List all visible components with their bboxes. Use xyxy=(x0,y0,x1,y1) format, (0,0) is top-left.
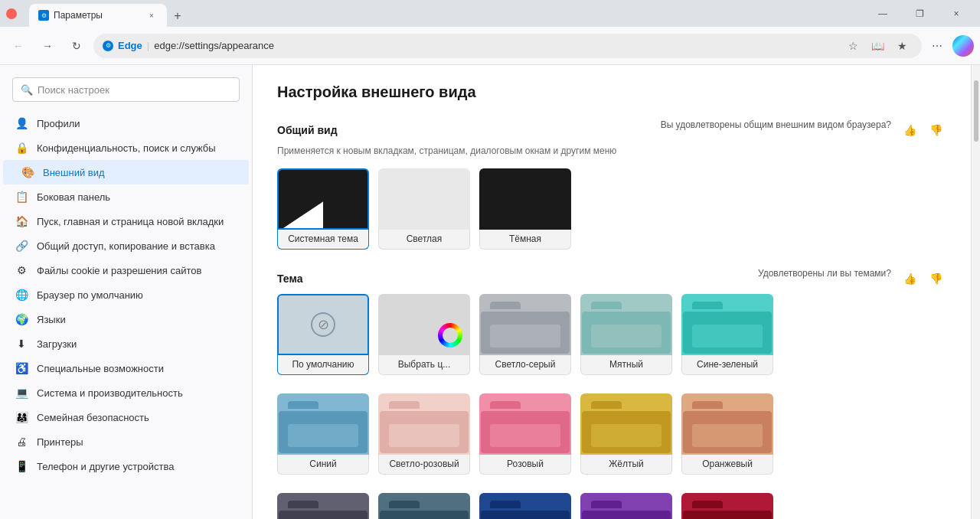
theme-card-slate[interactable]: Серо-голубой xyxy=(378,493,470,519)
search-settings-input[interactable]: 🔍 Поиск настроек xyxy=(12,77,240,102)
read-mode-icon[interactable]: 📖 xyxy=(867,35,888,57)
folder-inner xyxy=(490,424,560,447)
general-look-header: Общий вид Вы удовлетворены общим внешним… xyxy=(277,119,946,141)
sidebar-item-sharing[interactable]: 🔗 Общий доступ, копирование и вставка xyxy=(3,233,249,258)
collections-icon[interactable]: ⋯ xyxy=(926,35,948,57)
sidebar-item-printers[interactable]: 🖨 Принтеры xyxy=(3,429,249,454)
thumbs-up-button[interactable]: 👍 xyxy=(899,119,920,141)
sidebar-item-phone[interactable]: 📱 Телефон и другие устройства xyxy=(3,454,249,478)
refresh-button[interactable]: ↻ xyxy=(64,34,89,58)
sidebar-label-cookies: Файлы cookie и разрешения сайтов xyxy=(37,265,201,276)
general-look-title: Общий вид xyxy=(277,124,338,136)
folder-inner xyxy=(591,325,662,348)
system-theme-label: Системная тема xyxy=(277,230,369,250)
default-browser-icon: 🌐 xyxy=(15,289,28,301)
folder-tab xyxy=(692,401,723,409)
general-look-description: Применяется к новым вкладкам, страницам,… xyxy=(277,145,946,156)
theme-card-dark-blue[interactable]: Тёмно-синий xyxy=(479,493,571,519)
theme-card-dark-gray[interactable]: Тёмно-серый xyxy=(277,493,369,519)
dark-theme-label: Тёмная xyxy=(479,230,571,250)
folder-body xyxy=(683,411,772,453)
thumbs-down-button[interactable]: 👎 xyxy=(925,119,946,141)
languages-icon: 🌍 xyxy=(15,313,28,325)
theme-thumbs-up-button[interactable]: 👍 xyxy=(899,268,920,289)
sidebar-label-accessibility: Специальные возможности xyxy=(37,363,164,374)
sidebar-item-cookies[interactable]: ⚙ Файлы cookie и разрешения сайтов xyxy=(3,258,249,282)
tab-close-button[interactable]: × xyxy=(145,9,158,21)
traffic-light xyxy=(6,8,17,19)
sidebar-item-family[interactable]: 👨‍👩‍👧 Семейная безопасность xyxy=(3,405,249,429)
profiles-icon: 👤 xyxy=(15,117,28,129)
star-icon[interactable]: ☆ xyxy=(842,35,864,57)
accessibility-icon: ♿ xyxy=(15,362,28,374)
forward-button[interactable]: → xyxy=(35,34,60,58)
light-pink-theme-preview xyxy=(378,393,470,455)
sidebar-label-sharing: Общий доступ, копирование и вставка xyxy=(37,240,215,252)
mint-theme-label: Мятный xyxy=(580,355,672,375)
theme-section-title: Тема xyxy=(277,273,302,285)
theme-card-blue[interactable]: Синий xyxy=(277,393,369,475)
sidebar-label-default: Браузер по умолчанию xyxy=(37,289,143,301)
folder-inner xyxy=(692,325,763,348)
theme-card-red[interactable]: Красный xyxy=(681,493,773,519)
theme-card-yellow[interactable]: Жёлтый xyxy=(580,393,672,475)
sidebar-item-privacy[interactable]: 🔒 Конфиденциальность, поиск и службы xyxy=(3,135,249,160)
theme-card-teal[interactable]: Сине-зеленый xyxy=(681,294,773,375)
restore-button[interactable]: ❐ xyxy=(902,0,937,27)
sidebar-item-sidebar[interactable]: 📋 Боковая панель xyxy=(3,184,249,209)
sidebar-item-system[interactable]: 💻 Система и производительность xyxy=(3,380,249,405)
theme-card-custom[interactable]: Выбрать ц... xyxy=(378,294,470,375)
active-tab[interactable]: ⚙ Параметры × xyxy=(29,4,167,27)
theme-thumbs-down-button[interactable]: 👎 xyxy=(925,268,946,289)
folder-tab xyxy=(591,501,622,508)
sidebar-label-phone: Телефон и другие устройства xyxy=(37,461,174,472)
theme-colors-grid-row2: Синий Светло-розовый xyxy=(277,393,946,475)
theme-card-light-gray[interactable]: Светло-серый xyxy=(479,294,571,375)
settings-content: Настройка внешнего вида Общий вид Вы удо… xyxy=(253,65,971,519)
sidebar-item-profiles[interactable]: 👤 Профили xyxy=(3,111,249,135)
folder-body xyxy=(279,511,368,519)
system-icon: 💻 xyxy=(15,387,28,399)
theme-card-purple[interactable]: Лиловый xyxy=(580,493,672,519)
system-theme-preview xyxy=(277,168,369,230)
tab-favicon: ⚙ xyxy=(38,10,49,21)
general-look-feedback-text: Вы удовлетворены общим внешним видом бра… xyxy=(661,119,891,141)
search-wrap: 🔍 Поиск настроек xyxy=(0,71,252,111)
search-icon: 🔍 xyxy=(21,84,33,96)
scrollbar-thumb[interactable] xyxy=(974,80,978,142)
sidebar-item-downloads[interactable]: ⬇ Загрузки xyxy=(3,331,249,356)
sidebar-item-languages[interactable]: 🌍 Языки xyxy=(3,307,249,331)
edge-label: Edge xyxy=(118,40,142,51)
theme-card-orange[interactable]: Оранжевый xyxy=(681,393,773,475)
general-look-feedback: Вы удовлетворены общим внешним видом бра… xyxy=(661,119,946,141)
sidebar-item-newtab[interactable]: 🏠 Пуск, главная и страница новой вкладки xyxy=(3,209,249,233)
theme-card-mint[interactable]: Мятный xyxy=(580,294,672,375)
minimize-button[interactable]: — xyxy=(865,0,900,27)
theme-card-light[interactable]: Светлая xyxy=(378,168,470,250)
mint-theme-preview xyxy=(580,294,672,355)
default-theme-icon: ⊘ xyxy=(311,312,335,337)
address-bar[interactable]: ⚙ Edge | edge://settings/appearance ☆ 📖 … xyxy=(93,34,922,58)
sidebar-item-accessibility[interactable]: ♿ Специальные возможности xyxy=(3,356,249,380)
pink-theme-label: Розовый xyxy=(479,455,571,475)
sidebar: 🔍 Поиск настроек 👤 Профили 🔒 Конфиденциа… xyxy=(0,65,253,519)
theme-card-pink[interactable]: Розовый xyxy=(479,393,571,475)
sidebar-item-default[interactable]: 🌐 Браузер по умолчанию xyxy=(3,282,249,307)
theme-card-default[interactable]: ⊘ По умолчанию xyxy=(277,294,369,375)
scrollbar[interactable] xyxy=(971,65,980,519)
theme-feedback: Удовлетворены ли вы темами? 👍 👎 xyxy=(758,268,946,289)
new-tab-button[interactable]: + xyxy=(167,5,188,27)
sidebar-label-downloads: Загрузки xyxy=(37,338,77,350)
theme-card-system[interactable]: Системная тема xyxy=(277,168,369,250)
tab-strip: ⚙ Параметры × + xyxy=(29,0,859,27)
theme-card-light-pink[interactable]: Светло-розовый xyxy=(378,393,470,475)
theme-card-dark[interactable]: Тёмная xyxy=(479,168,571,250)
folder-inner xyxy=(288,424,358,447)
folder-tab xyxy=(490,302,521,309)
edge-logo-icon[interactable] xyxy=(952,35,974,57)
close-button[interactable]: × xyxy=(939,0,974,27)
sidebar-item-appearance[interactable]: 🎨 Внешний вид xyxy=(3,160,249,184)
sidebar-label-newtab: Пуск, главная и страница новой вкладки xyxy=(37,216,224,227)
back-button[interactable]: ← xyxy=(6,34,31,58)
favorites-icon[interactable]: ★ xyxy=(891,35,913,57)
